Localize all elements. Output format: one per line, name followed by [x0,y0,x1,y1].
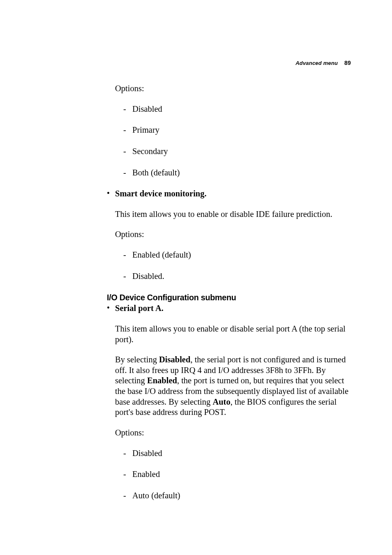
page-content: Advanced menu 89 Options: Disabled Prima… [0,0,392,553]
serial-a-paragraph: By selecting Disabled, the serial port i… [115,355,351,418]
io-config-heading: I/O Device Configuration submenu [107,293,351,302]
options-label: Options: [115,229,351,240]
bold-run: Auto [212,397,230,406]
smart-body: This item allows you to enable or disabl… [107,209,351,282]
bullet-serial-port-a: Serial port A. [107,303,351,314]
serial-a-body: This item allows you to enable or disabl… [107,324,351,501]
bullet-title: Serial port A. [115,304,164,313]
list-item: Primary [123,125,351,136]
list-item: Auto (default) [123,491,351,501]
options-block-1: Options: Disabled Primary Secondary Both… [107,83,351,178]
bullet-title: Smart device monitoring. [115,189,207,198]
smart-desc: This item allows you to enable or disabl… [115,209,351,220]
list-item: Both (default) [123,168,351,178]
bold-run: Disabled [159,355,190,364]
list-item: Disabled [123,104,351,115]
bullet-list: Serial port A. [107,303,351,314]
list-item: Disabled. [123,271,351,282]
page-number: 89 [344,60,351,66]
options-label: Options: [115,428,351,438]
list-item: Enabled (default) [123,250,351,260]
section-title: Advanced menu [295,60,338,66]
bold-run: Enabled [147,376,177,385]
options-list: Disabled Primary Secondary Both (default… [115,104,351,178]
serial-a-desc: This item allows you to enable or disabl… [115,324,351,345]
text-run: By selecting [115,355,159,364]
bullet-list: Smart device monitoring. [107,189,351,199]
list-item: Secondary [123,146,351,157]
bullet-smart-device: Smart device monitoring. [107,189,351,199]
page-header: Advanced menu 89 [107,60,351,66]
list-item: Enabled [123,469,351,480]
options-list: Disabled Enabled Auto (default) [115,448,351,501]
list-item: Disabled [123,448,351,459]
options-label: Options: [115,83,351,94]
options-list: Enabled (default) Disabled. [115,250,351,281]
